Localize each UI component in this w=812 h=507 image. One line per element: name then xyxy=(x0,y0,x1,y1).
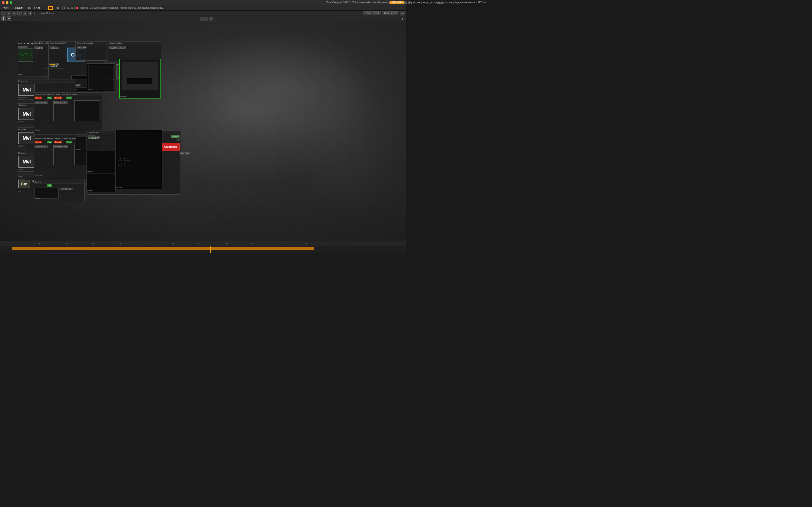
nav-icon[interactable]: ⊞ xyxy=(7,16,11,21)
svg-rect-16 xyxy=(117,131,161,187)
panel-header-collection: Collection xyxy=(17,79,76,83)
panel-content-cc: comp5 Cmp null25 transform6 Con null20 o… xyxy=(75,45,107,47)
home-icon[interactable]: ⌂ xyxy=(23,11,27,15)
close-win-icon[interactable]: × xyxy=(209,17,213,20)
close-button[interactable] xyxy=(2,1,5,4)
panel-header-rec2: Record & Reload (CENTRE) xyxy=(54,93,102,96)
up-icon[interactable]: ↑ xyxy=(17,11,22,15)
svg-rect-11 xyxy=(122,62,158,90)
null12-node: null12 xyxy=(180,152,186,155)
ruler-mark-201: 201 xyxy=(118,242,121,244)
timeline-track[interactable] xyxy=(0,246,406,253)
svg-rect-4 xyxy=(89,65,113,90)
ctn-node: Ctn xyxy=(18,180,30,188)
play4-btn[interactable]: Play xyxy=(66,141,72,144)
back-icon[interactable]: ← xyxy=(7,11,11,15)
window1-preview: 日本語テキスト テキストコンテンツ シーレーター remote-cam.497 xyxy=(115,130,162,189)
pane-layout-button[interactable]: Pane Layout xyxy=(363,11,381,15)
out2-node: out2 xyxy=(77,46,82,49)
record3-btn[interactable]: Record xyxy=(35,141,42,144)
points1-thumb: points1 xyxy=(87,151,116,173)
maximize-win-icon[interactable]: □ xyxy=(204,17,208,20)
record4-btn[interactable]: Record xyxy=(54,141,62,144)
constant2-node: constant2 xyxy=(88,137,97,139)
ruler-mark-401: 401 xyxy=(225,242,228,244)
points2-label: points2 xyxy=(88,190,93,191)
btn33-null2b: button33 null2 xyxy=(60,187,72,190)
forum-menu[interactable]: FORUM xyxy=(12,6,25,10)
calibration-button[interactable]: Calibration xyxy=(161,143,180,151)
toolbar3: ▌ ⊞ _ □ × 1 xyxy=(0,16,406,21)
svg-text:テキストコンテンツ: テキストコンテンツ xyxy=(118,160,131,162)
tutorials-menu[interactable]: TUTORIALS xyxy=(26,6,45,10)
mvi1-label: MvI xyxy=(22,87,31,93)
left-panel-icon[interactable]: ▌ xyxy=(1,16,6,21)
ruler-mark-101: 101 xyxy=(65,242,68,244)
play-end-btn[interactable]: Play xyxy=(47,184,52,187)
menu-separator xyxy=(46,6,46,10)
record1-btn[interactable]: Record xyxy=(35,97,42,99)
svg-text:シーレーター: シーレーター xyxy=(118,162,126,164)
realtime-label: Realtime xyxy=(79,6,88,9)
hsvadj3-node: hsvadj3 xyxy=(109,47,117,49)
blackout-label: blackout xyxy=(18,169,24,170)
wiki-menu[interactable]: WIKI xyxy=(1,6,11,10)
panel-content-co: info2 constanttransform1 null25 info2 co… xyxy=(108,45,161,48)
panel-ending: Ending Play button34 null24 Reset button… xyxy=(34,180,85,202)
bookmark-icon[interactable]: ★ xyxy=(28,11,33,15)
ending-label: ending1 xyxy=(35,197,41,199)
fps-value: 30 xyxy=(70,6,73,9)
window1-label: window1 xyxy=(116,187,122,188)
select2-node: select2 xyxy=(34,47,41,49)
mvi4-node: MvI xyxy=(18,156,35,168)
points2-preview xyxy=(87,174,115,192)
traffic-lights xyxy=(2,1,12,4)
node-canvas[interactable]: Audio ▶ ●● ≡4 ▶ ndiIn1 container2 mono1 … xyxy=(0,21,406,241)
comp3-label: comp3 xyxy=(77,149,82,151)
points1-preview xyxy=(87,151,115,173)
fps-label: FPS: xyxy=(64,6,69,9)
rec2-thumb xyxy=(74,101,100,121)
oi-button[interactable]: OI xyxy=(48,6,53,10)
minimize-win-icon[interactable]: _ xyxy=(200,17,204,20)
ctn-label: Ctn xyxy=(21,182,28,186)
forward-icon[interactable]: → xyxy=(12,11,16,15)
play1-btn[interactable]: Play xyxy=(47,97,52,99)
ruler-mark-451: 451 xyxy=(251,242,254,244)
ruler-mark-301: 301 xyxy=(171,242,175,244)
panel-record2: Record & Reload (CENTRE) Record Play but… xyxy=(54,93,102,135)
moviefiles5-label: moviefiles5 xyxy=(35,174,43,176)
3d-menu[interactable]: 3D xyxy=(54,6,61,10)
window-title: TouchDesigner 2022.31030: /Users/makobou… xyxy=(326,1,406,4)
toolbar2: ☰ ← → ↑ ⌂ ★ / project1 / >> Pane Layout … xyxy=(0,11,406,16)
play3-btn[interactable]: Play xyxy=(47,141,52,144)
sep xyxy=(34,12,35,15)
ending-thumb xyxy=(35,187,59,199)
play2-btn[interactable]: Play xyxy=(66,97,72,99)
new-layout-button[interactable]: New Layout xyxy=(382,11,399,15)
con11-node: con11 xyxy=(50,65,56,67)
containerb-node: container1 xyxy=(50,47,59,49)
timeline-ruler: 51 101 151 201 251 301 351 401 451 501 5… xyxy=(0,241,406,246)
ruler-mark-351: 351 xyxy=(198,242,201,244)
record2-btn[interactable]: Record xyxy=(54,97,62,99)
realtime-dot xyxy=(76,7,78,9)
ruler-mark-501: 501 xyxy=(278,242,281,244)
titlebar: TouchDesigner 2022.31030: /Users/makobou… xyxy=(0,0,406,5)
minimize-button[interactable] xyxy=(6,1,8,4)
timeline-controls: Start: 1 End: 600 RStart: 1 REnd: 600 30… xyxy=(0,253,406,253)
fullscreen-button[interactable] xyxy=(10,1,12,4)
page-number: 1 xyxy=(402,17,405,20)
panel-header-co: Camera Output xyxy=(108,42,161,45)
sidebar-toggle-icon[interactable]: ☰ xyxy=(1,11,6,15)
add-layout-icon[interactable]: + xyxy=(400,11,405,15)
mvi2-node: MvI xyxy=(18,108,35,120)
mvi4-label: MvI xyxy=(22,159,31,165)
window2-preview xyxy=(120,59,160,98)
window2: window2 xyxy=(119,59,161,99)
panel-header-ending: Ending xyxy=(34,180,84,184)
mvi3-label: MvI xyxy=(22,135,31,141)
status-message: 15:42:48 Load Project .toe: remote-cam.4… xyxy=(89,6,164,9)
ruler-mark-600: 600 xyxy=(324,242,327,244)
breadcrumb: / project1 / >> xyxy=(37,12,55,15)
